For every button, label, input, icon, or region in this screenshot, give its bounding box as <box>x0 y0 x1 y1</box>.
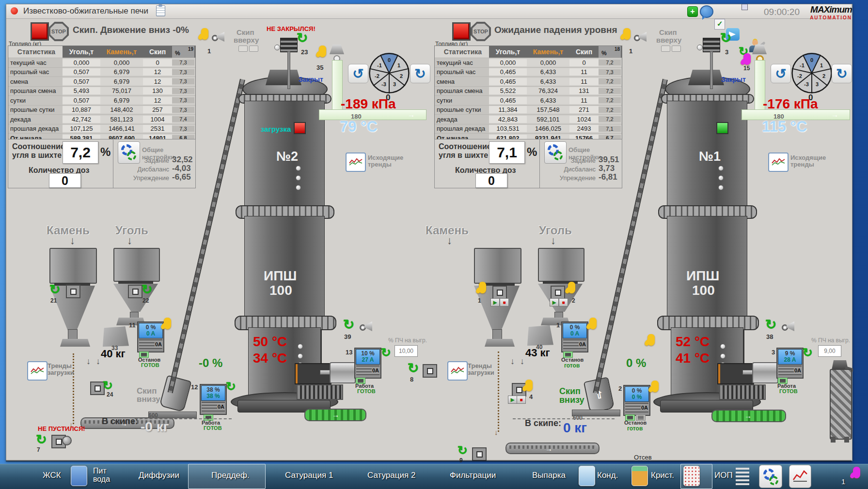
gauge-step: -2 <box>375 73 379 79</box>
fan-run-icon: ↻ <box>765 317 776 333</box>
emergency-stop-button-left[interactable] <box>31 22 49 41</box>
emergency-stop-button-right[interactable] <box>452 22 471 41</box>
skip-top-indicator <box>672 46 681 52</box>
rotate-ccw-button[interactable]: ↺ <box>348 64 368 83</box>
table-cell: сутки <box>8 96 63 105</box>
discharge-run-icon: ↻ <box>803 346 813 360</box>
feed-vfd-left[interactable]: 0 %0 A 0А <box>137 321 164 352</box>
discharge-setpoint-input[interactable]: 9,00 <box>818 345 841 357</box>
table-row: прошлая смена5,49375,0171307,3 <box>8 86 195 96</box>
col-ugol[interactable]: Уголь,т <box>489 46 527 58</box>
taskbar-label[interactable]: ЖСК <box>43 471 61 480</box>
table-cell: 0,000 <box>100 59 143 66</box>
load-trends-button-left[interactable] <box>27 361 47 381</box>
table-cell: декада <box>8 115 63 124</box>
weigher <box>527 325 553 346</box>
valve-indicator <box>697 45 703 50</box>
fan-number: 38 <box>766 333 773 340</box>
skip-alarm-text: НЕ ПУСТИЛСЯ! <box>38 425 85 432</box>
stone-feeder-motor[interactable] <box>66 285 80 298</box>
taskbar-label[interactable]: Фильтрации <box>450 471 496 480</box>
screw-motor[interactable] <box>423 364 437 378</box>
discharge-vfd-number: 3 <box>772 349 775 356</box>
out-trends-label-2: тренды <box>790 161 814 168</box>
touch-hand-icon[interactable] <box>851 467 862 479</box>
manual-mode-hand-icon <box>523 380 534 392</box>
add-icon[interactable]: + <box>687 6 698 17</box>
taskbar-item-pitvoda[interactable] <box>71 466 87 486</box>
workflow-icon[interactable]: ✓ <box>714 19 725 30</box>
load-trends-button-right[interactable] <box>447 361 468 381</box>
kiln-feed-cone <box>688 70 724 85</box>
col-skip: Скип <box>569 46 599 58</box>
ratio-value-left[interactable]: 7,2 <box>63 141 98 164</box>
discharge-vfd-right[interactable]: 9 %28 A 0А <box>776 348 804 379</box>
out-trends-label-1: Исходящие <box>790 154 826 161</box>
outgoing-trends-button-right[interactable] <box>768 153 789 172</box>
col-kamen[interactable]: Камень,т <box>100 46 143 58</box>
stop-button[interactable]: ■ <box>559 298 568 306</box>
taskbar-label[interactable]: Сатурация 1 <box>285 471 333 480</box>
taskbar-label[interactable]: Пит вода <box>93 467 119 483</box>
skip-top-label-2: вверху <box>234 36 259 44</box>
table-cell: текущий час <box>435 58 489 67</box>
valve-state-label: Закрыт <box>299 76 323 83</box>
stop-sign-left[interactable]: STOP <box>48 22 69 41</box>
rotate-cw-button[interactable]: ↻ <box>832 64 852 83</box>
col-ugol[interactable]: Уголь,т <box>63 46 100 58</box>
coal-feeder-motor[interactable] <box>128 285 142 298</box>
menu-bars-icon[interactable] <box>736 468 749 485</box>
table-cell: смена <box>435 77 489 86</box>
skip-vfd-right[interactable]: 0 %0 % 0А <box>623 385 650 416</box>
outgoing-trends-button-left[interactable] <box>346 153 366 172</box>
ratio-value-right[interactable]: 7,1 <box>489 141 525 164</box>
taskbar-label[interactable]: ИОП <box>714 471 733 480</box>
gauge-step: 3 <box>393 81 396 87</box>
table-cell: прошлая декада <box>8 124 63 134</box>
ratio-panel-left: Соотношение угля в шихте 7,2 % Количеств… <box>8 139 196 188</box>
stop-button[interactable]: ■ <box>500 298 509 306</box>
stop-icon: ■ <box>562 300 565 305</box>
hand-number: 35 <box>316 64 323 71</box>
discharge-vfd-left[interactable]: 10 %27 A 0А <box>354 348 381 379</box>
taskbar-label[interactable]: Преддеф. <box>211 471 250 480</box>
coal-feeder-motor[interactable] <box>551 286 565 299</box>
taskbar-label[interactable]: Крист. <box>651 471 674 480</box>
discharge-setpoint-input[interactable]: 10,00 <box>395 345 418 357</box>
taskbar-item-krist[interactable] <box>631 466 648 486</box>
bell-valve[interactable] <box>703 38 720 52</box>
taskbar-label[interactable]: Диффузии <box>139 471 179 480</box>
bell-valve[interactable] <box>280 38 298 52</box>
report-clipboard-icon[interactable] <box>156 5 165 16</box>
taskbar-label[interactable]: Сатурация 2 <box>367 471 415 480</box>
horn-icon <box>360 321 372 331</box>
window-title: Известково-обжигательные печи <box>23 6 148 16</box>
taskbar-item-kond[interactable] <box>579 466 595 486</box>
stop-button[interactable]: ■ <box>517 396 526 404</box>
stone-feeder-motor[interactable] <box>492 286 507 299</box>
taskbar-settings-button[interactable] <box>759 465 782 488</box>
taskbar-item-iop[interactable] <box>683 466 700 486</box>
skip-vfd-left[interactable]: 38 %38 % 0А <box>200 384 227 415</box>
sift-conveyor-motor[interactable] <box>472 447 487 461</box>
pipe-flow-arrow: → <box>831 110 838 119</box>
taskbar-label[interactable]: Выпарка <box>532 471 566 480</box>
ratio-unit: % <box>100 145 110 159</box>
valve-number: 23 <box>301 48 308 56</box>
chat-icon[interactable] <box>700 5 713 18</box>
rotate-ccw-button[interactable]: ↺ <box>771 64 791 83</box>
rotate-cw-button[interactable]: ↻ <box>410 64 430 83</box>
doses-value-left[interactable]: 0 <box>49 173 81 188</box>
checkbox-icon[interactable] <box>742 4 748 10</box>
col-kamen[interactable]: Камень,т <box>527 46 569 58</box>
taskbar-trends-button[interactable] <box>789 465 811 488</box>
table-cell: 11 <box>569 97 599 104</box>
feed-vfd-right[interactable]: 0 %0 A 0А <box>561 321 588 352</box>
doses-value-right[interactable]: 0 <box>475 173 507 188</box>
stone-hopper <box>49 248 97 284</box>
start-button[interactable]: ▶ <box>490 298 500 306</box>
start-button[interactable]: ▶ <box>550 298 559 306</box>
taskbar-label[interactable]: Конд. <box>597 471 618 480</box>
start-button[interactable]: ▶ <box>508 396 517 404</box>
table-cell: 42,843 <box>489 116 527 123</box>
